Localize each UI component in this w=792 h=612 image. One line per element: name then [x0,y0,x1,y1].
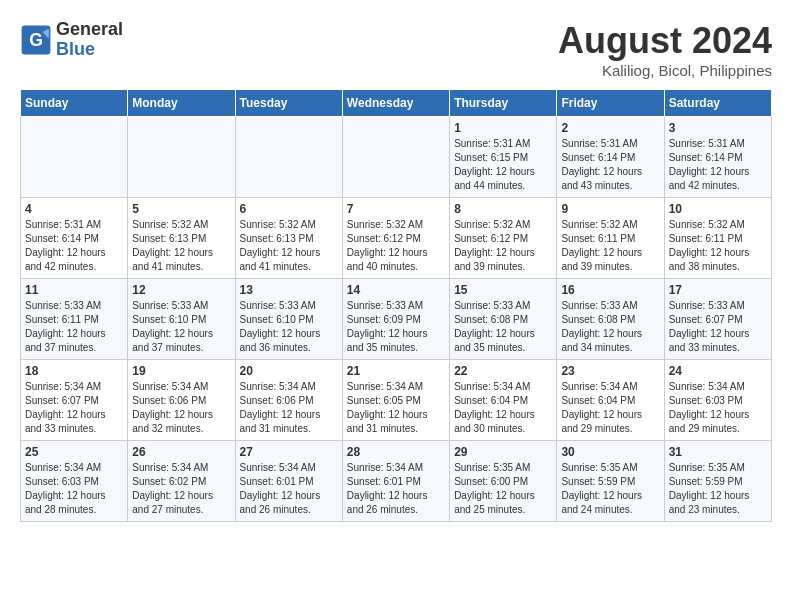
table-row: 7Sunrise: 5:32 AM Sunset: 6:12 PM Daylig… [342,198,449,279]
table-row: 24Sunrise: 5:34 AM Sunset: 6:03 PM Dayli… [664,360,771,441]
day-number: 8 [454,202,552,216]
page-header: G General Blue August 2024 Kaliliog, Bic… [20,20,772,79]
day-info: Sunrise: 5:32 AM Sunset: 6:11 PM Dayligh… [669,218,767,274]
table-row: 5Sunrise: 5:32 AM Sunset: 6:13 PM Daylig… [128,198,235,279]
calendar-header-row: Sunday Monday Tuesday Wednesday Thursday… [21,90,772,117]
day-info: Sunrise: 5:34 AM Sunset: 6:07 PM Dayligh… [25,380,123,436]
day-number: 24 [669,364,767,378]
day-info: Sunrise: 5:35 AM Sunset: 5:59 PM Dayligh… [669,461,767,517]
table-row: 21Sunrise: 5:34 AM Sunset: 6:05 PM Dayli… [342,360,449,441]
day-number: 4 [25,202,123,216]
day-number: 6 [240,202,338,216]
table-row [342,117,449,198]
calendar-week-row: 25Sunrise: 5:34 AM Sunset: 6:03 PM Dayli… [21,441,772,522]
day-info: Sunrise: 5:34 AM Sunset: 6:04 PM Dayligh… [454,380,552,436]
day-number: 16 [561,283,659,297]
location-subtitle: Kaliliog, Bicol, Philippines [558,62,772,79]
day-number: 26 [132,445,230,459]
table-row: 14Sunrise: 5:33 AM Sunset: 6:09 PM Dayli… [342,279,449,360]
day-number: 27 [240,445,338,459]
day-number: 21 [347,364,445,378]
day-info: Sunrise: 5:34 AM Sunset: 6:05 PM Dayligh… [347,380,445,436]
day-number: 5 [132,202,230,216]
day-info: Sunrise: 5:33 AM Sunset: 6:10 PM Dayligh… [132,299,230,355]
header-wednesday: Wednesday [342,90,449,117]
table-row: 10Sunrise: 5:32 AM Sunset: 6:11 PM Dayli… [664,198,771,279]
table-row: 28Sunrise: 5:34 AM Sunset: 6:01 PM Dayli… [342,441,449,522]
table-row [128,117,235,198]
table-row: 25Sunrise: 5:34 AM Sunset: 6:03 PM Dayli… [21,441,128,522]
day-info: Sunrise: 5:32 AM Sunset: 6:13 PM Dayligh… [132,218,230,274]
day-number: 15 [454,283,552,297]
day-number: 19 [132,364,230,378]
day-number: 7 [347,202,445,216]
svg-text:G: G [29,30,43,50]
day-info: Sunrise: 5:34 AM Sunset: 6:04 PM Dayligh… [561,380,659,436]
day-info: Sunrise: 5:35 AM Sunset: 6:00 PM Dayligh… [454,461,552,517]
table-row: 16Sunrise: 5:33 AM Sunset: 6:08 PM Dayli… [557,279,664,360]
table-row [235,117,342,198]
table-row: 27Sunrise: 5:34 AM Sunset: 6:01 PM Dayli… [235,441,342,522]
day-info: Sunrise: 5:34 AM Sunset: 6:06 PM Dayligh… [240,380,338,436]
calendar-week-row: 1Sunrise: 5:31 AM Sunset: 6:15 PM Daylig… [21,117,772,198]
day-number: 22 [454,364,552,378]
day-info: Sunrise: 5:32 AM Sunset: 6:12 PM Dayligh… [454,218,552,274]
table-row: 31Sunrise: 5:35 AM Sunset: 5:59 PM Dayli… [664,441,771,522]
day-info: Sunrise: 5:32 AM Sunset: 6:12 PM Dayligh… [347,218,445,274]
day-info: Sunrise: 5:34 AM Sunset: 6:01 PM Dayligh… [240,461,338,517]
day-info: Sunrise: 5:34 AM Sunset: 6:01 PM Dayligh… [347,461,445,517]
table-row: 1Sunrise: 5:31 AM Sunset: 6:15 PM Daylig… [450,117,557,198]
calendar-week-row: 18Sunrise: 5:34 AM Sunset: 6:07 PM Dayli… [21,360,772,441]
table-row: 15Sunrise: 5:33 AM Sunset: 6:08 PM Dayli… [450,279,557,360]
day-info: Sunrise: 5:31 AM Sunset: 6:14 PM Dayligh… [561,137,659,193]
day-number: 11 [25,283,123,297]
day-number: 30 [561,445,659,459]
calendar-week-row: 11Sunrise: 5:33 AM Sunset: 6:11 PM Dayli… [21,279,772,360]
header-saturday: Saturday [664,90,771,117]
header-friday: Friday [557,90,664,117]
table-row: 2Sunrise: 5:31 AM Sunset: 6:14 PM Daylig… [557,117,664,198]
day-number: 1 [454,121,552,135]
day-number: 3 [669,121,767,135]
table-row: 4Sunrise: 5:31 AM Sunset: 6:14 PM Daylig… [21,198,128,279]
day-info: Sunrise: 5:31 AM Sunset: 6:15 PM Dayligh… [454,137,552,193]
day-number: 25 [25,445,123,459]
table-row: 8Sunrise: 5:32 AM Sunset: 6:12 PM Daylig… [450,198,557,279]
day-info: Sunrise: 5:33 AM Sunset: 6:07 PM Dayligh… [669,299,767,355]
day-number: 20 [240,364,338,378]
table-row: 20Sunrise: 5:34 AM Sunset: 6:06 PM Dayli… [235,360,342,441]
logo-icon: G [20,24,52,56]
table-row: 29Sunrise: 5:35 AM Sunset: 6:00 PM Dayli… [450,441,557,522]
calendar-week-row: 4Sunrise: 5:31 AM Sunset: 6:14 PM Daylig… [21,198,772,279]
day-info: Sunrise: 5:35 AM Sunset: 5:59 PM Dayligh… [561,461,659,517]
header-monday: Monday [128,90,235,117]
day-info: Sunrise: 5:34 AM Sunset: 6:02 PM Dayligh… [132,461,230,517]
logo-text: General Blue [56,20,123,60]
table-row: 23Sunrise: 5:34 AM Sunset: 6:04 PM Dayli… [557,360,664,441]
day-number: 17 [669,283,767,297]
day-info: Sunrise: 5:33 AM Sunset: 6:11 PM Dayligh… [25,299,123,355]
day-number: 28 [347,445,445,459]
day-info: Sunrise: 5:33 AM Sunset: 6:10 PM Dayligh… [240,299,338,355]
calendar-table: Sunday Monday Tuesday Wednesday Thursday… [20,89,772,522]
day-info: Sunrise: 5:33 AM Sunset: 6:08 PM Dayligh… [561,299,659,355]
month-title: August 2024 [558,20,772,62]
day-number: 2 [561,121,659,135]
table-row: 9Sunrise: 5:32 AM Sunset: 6:11 PM Daylig… [557,198,664,279]
table-row: 3Sunrise: 5:31 AM Sunset: 6:14 PM Daylig… [664,117,771,198]
day-info: Sunrise: 5:33 AM Sunset: 6:08 PM Dayligh… [454,299,552,355]
table-row: 11Sunrise: 5:33 AM Sunset: 6:11 PM Dayli… [21,279,128,360]
day-number: 18 [25,364,123,378]
table-row: 17Sunrise: 5:33 AM Sunset: 6:07 PM Dayli… [664,279,771,360]
table-row: 26Sunrise: 5:34 AM Sunset: 6:02 PM Dayli… [128,441,235,522]
header-sunday: Sunday [21,90,128,117]
logo: G General Blue [20,20,123,60]
table-row: 6Sunrise: 5:32 AM Sunset: 6:13 PM Daylig… [235,198,342,279]
header-tuesday: Tuesday [235,90,342,117]
title-block: August 2024 Kaliliog, Bicol, Philippines [558,20,772,79]
day-info: Sunrise: 5:34 AM Sunset: 6:03 PM Dayligh… [669,380,767,436]
table-row: 13Sunrise: 5:33 AM Sunset: 6:10 PM Dayli… [235,279,342,360]
day-number: 23 [561,364,659,378]
header-thursday: Thursday [450,90,557,117]
day-number: 9 [561,202,659,216]
